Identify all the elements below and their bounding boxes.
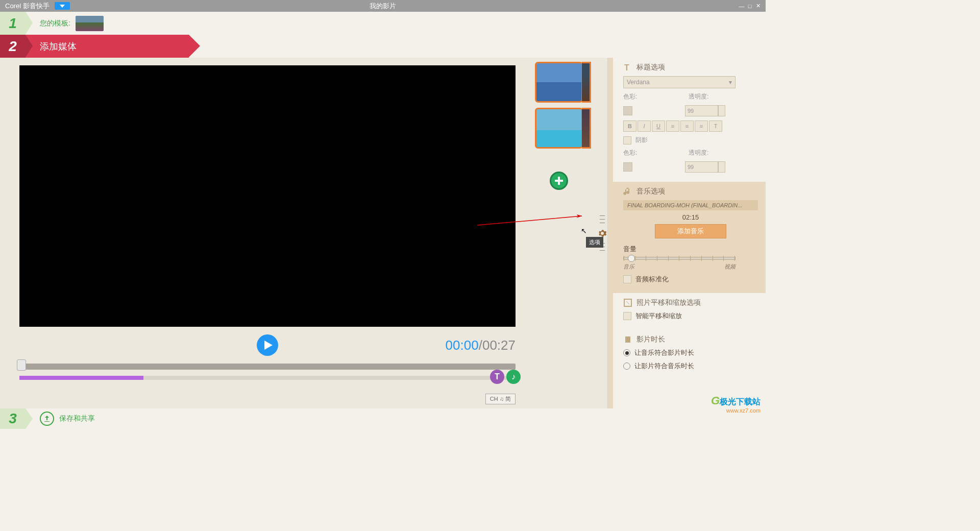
step-3-number: 3 xyxy=(0,408,26,429)
smart-panzoom-label: 智能平移和缩放 xyxy=(635,311,682,321)
pan-zoom-header: 照片平移和缩放选项 xyxy=(636,298,701,307)
timeline-handle[interactable] xyxy=(17,359,26,371)
ime-indicator[interactable]: CH ♫ 简 xyxy=(485,394,516,404)
music-icon xyxy=(623,187,632,196)
music-options-header: 音乐选项 xyxy=(636,187,665,196)
duration-radio-1[interactable] xyxy=(623,349,630,356)
step-3-label: 保存和共享 xyxy=(59,414,95,423)
minimize-button[interactable]: — xyxy=(738,3,745,10)
time-display: 00:00/00:27 xyxy=(446,337,516,353)
text-style-button[interactable]: T xyxy=(709,120,722,132)
color-label: 色彩: xyxy=(623,92,654,101)
shadow-color-swatch[interactable] xyxy=(623,162,632,172)
shadow-checkbox[interactable] xyxy=(623,136,631,144)
right-panel: T 标题选项 Verdana ▾ 色彩: 透明度: 99 B I U ≡ ≡ xyxy=(607,58,766,408)
font-select[interactable]: Verdana ▾ xyxy=(623,76,736,88)
time-current: 00:00 xyxy=(446,337,479,353)
svg-rect-3 xyxy=(624,336,625,343)
music-track-name[interactable]: FINAL BOARDING-MOH (FINAL_BOARDIN... xyxy=(623,200,758,210)
shadow-opacity-spinner[interactable] xyxy=(718,161,725,173)
vol-label-video: 视频 xyxy=(724,263,736,271)
text-icon: T xyxy=(623,63,632,72)
project-name: 我的影片 xyxy=(370,2,396,11)
duration-section: 影片时长 让音乐符合影片时长 让影片符合音乐时长 xyxy=(616,330,766,380)
chevron-down-icon xyxy=(60,5,65,8)
film-icon xyxy=(623,335,632,344)
shadow-label: 阴影 xyxy=(635,136,648,144)
svg-rect-2 xyxy=(624,336,631,343)
smart-panzoom-checkbox[interactable] xyxy=(623,312,631,320)
step-1-label: 您的模板: xyxy=(40,19,70,28)
title-track-button[interactable]: T xyxy=(490,370,504,384)
step-2-number: 2 xyxy=(0,35,26,58)
color-label-2: 色彩: xyxy=(623,149,654,157)
add-music-button[interactable]: 添加音乐 xyxy=(655,224,726,238)
time-total: 00:27 xyxy=(482,337,516,353)
volume-label: 音量 xyxy=(623,245,758,254)
opacity-label-2: 透明度: xyxy=(689,149,708,157)
export-icon xyxy=(40,412,54,426)
play-icon xyxy=(264,341,273,350)
media-panel xyxy=(531,58,597,408)
step-2-banner[interactable]: 2 添加媒体 xyxy=(0,35,189,58)
pan-zoom-section: 照片平移和缩放选项 智能平移和缩放 xyxy=(616,293,766,330)
panzoom-icon xyxy=(623,298,632,307)
media-thumb-4[interactable] xyxy=(582,108,591,149)
svg-rect-4 xyxy=(630,336,631,343)
shadow-opacity-input[interactable]: 99 xyxy=(685,161,718,173)
title-options-section: T 标题选项 Verdana ▾ 色彩: 透明度: 99 B I U ≡ ≡ xyxy=(616,58,766,182)
opacity-input[interactable]: 99 xyxy=(685,105,718,116)
underline-button[interactable]: U xyxy=(652,120,665,132)
media-thumb-1[interactable] xyxy=(535,62,583,103)
color-swatch[interactable] xyxy=(623,106,632,115)
music-track-button[interactable]: ♪ xyxy=(506,370,521,384)
media-thumb-2[interactable] xyxy=(582,62,591,103)
window-controls: — □ ✕ xyxy=(738,3,766,10)
play-button[interactable] xyxy=(257,334,278,356)
vol-label-music: 音乐 xyxy=(623,263,634,271)
step-1-number: 1 xyxy=(0,12,26,35)
step-3-bar[interactable]: 3 保存和共享 xyxy=(0,408,766,429)
align-left-button[interactable]: ≡ xyxy=(666,120,679,132)
music-duration: 02:15 xyxy=(623,213,758,221)
gear-tooltip: 选项 xyxy=(586,237,603,248)
timeline-area: T ♪ xyxy=(19,364,516,380)
close-button[interactable]: ✕ xyxy=(754,3,762,10)
plus-icon xyxy=(554,176,564,186)
duration-option-1: 让音乐符合影片时长 xyxy=(634,348,694,357)
timeline-track[interactable] xyxy=(19,364,516,370)
bold-button[interactable]: B xyxy=(623,120,636,132)
duration-radio-2[interactable] xyxy=(623,363,630,370)
media-thumb-3[interactable] xyxy=(535,108,583,149)
video-preview[interactable] xyxy=(19,65,516,327)
cursor-icon: ↖ xyxy=(581,227,587,235)
main-area: 00:00/00:27 T ♪ CH ♫ 简 xyxy=(0,58,766,408)
app-name: Corel 影音快手 xyxy=(0,2,50,11)
panel-divider[interactable] xyxy=(597,58,607,408)
maximize-button[interactable]: □ xyxy=(746,3,753,10)
step-1-bar[interactable]: 1 您的模板: xyxy=(0,12,766,35)
watermark: G极光下载站 www.xz7.com xyxy=(711,394,761,414)
music-track[interactable]: T ♪ xyxy=(19,376,516,380)
template-thumbnail[interactable] xyxy=(76,16,104,31)
volume-slider[interactable] xyxy=(623,257,736,260)
gear-icon[interactable] xyxy=(598,229,607,238)
grip-icon xyxy=(600,214,605,225)
music-track-fill xyxy=(19,376,143,380)
play-controls: 00:00/00:27 xyxy=(19,334,516,356)
align-center-button[interactable]: ≡ xyxy=(680,120,694,132)
volume-handle[interactable] xyxy=(628,255,635,262)
add-media-area xyxy=(535,164,583,197)
preview-area: 00:00/00:27 T ♪ CH ♫ 简 xyxy=(0,58,531,408)
opacity-spinner[interactable] xyxy=(718,105,725,116)
duration-header: 影片时长 xyxy=(636,335,665,344)
step-2-label: 添加媒体 xyxy=(40,40,77,53)
title-options-header: 标题选项 xyxy=(636,63,665,72)
align-right-button[interactable]: ≡ xyxy=(695,120,708,132)
normalize-checkbox[interactable] xyxy=(623,275,631,283)
italic-button[interactable]: I xyxy=(638,120,651,132)
titlebar: Corel 影音快手 我的影片 — □ ✕ xyxy=(0,0,766,12)
app-dropdown-button[interactable] xyxy=(55,2,70,10)
opacity-label: 透明度: xyxy=(689,92,708,101)
add-media-button[interactable] xyxy=(550,172,568,190)
